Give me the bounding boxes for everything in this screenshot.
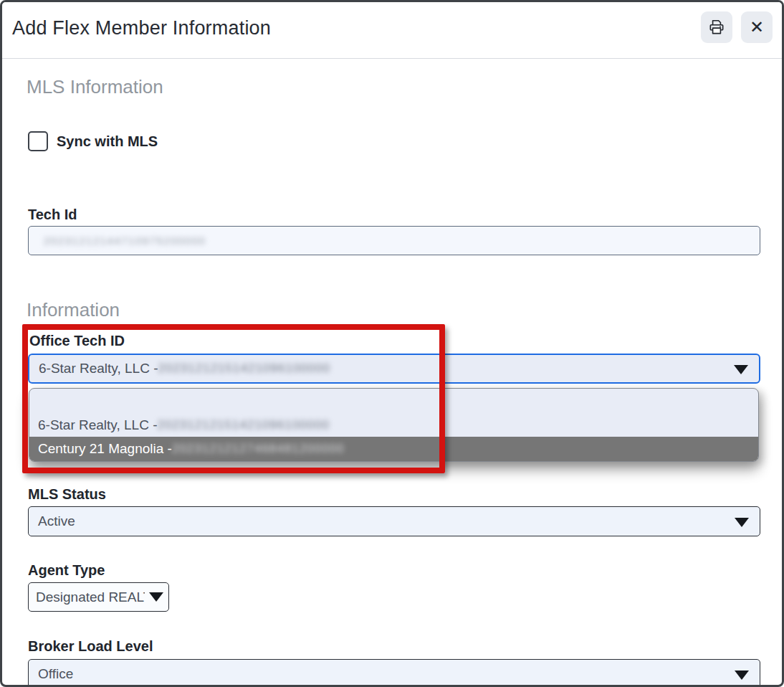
information-heading: Information — [27, 299, 120, 321]
close-button[interactable]: ✕ — [741, 11, 773, 43]
office-tech-id-selected-value: 6-Star Realty, LLC - — [39, 361, 158, 376]
chevron-down-icon — [734, 365, 748, 374]
dropdown-option-empty[interactable] — [29, 389, 758, 413]
mls-status-select[interactable]: Active — [28, 506, 760, 536]
mls-status-label: MLS Status — [28, 486, 106, 503]
dropdown-option-6-star-realty[interactable]: 6-Star Realty, LLC - 2023121215142109610… — [29, 413, 758, 437]
office-tech-id-select[interactable]: 6-Star Realty, LLC - 2023121215142109610… — [28, 354, 760, 384]
sync-with-mls-checkbox[interactable] — [28, 131, 48, 151]
tech-id-redacted-value: 20231212144710975200000 — [44, 234, 206, 247]
sync-with-mls-label: Sync with MLS — [57, 133, 158, 150]
option-redacted-value: 20231212127468481200000 — [172, 442, 344, 456]
add-flex-member-dialog: Add Flex Member Information ✕ MLS Inform… — [0, 0, 784, 687]
office-tech-id-dropdown: 6-Star Realty, LLC - 2023121215142109610… — [29, 388, 759, 462]
chevron-down-icon — [735, 671, 749, 680]
dialog-header: Add Flex Member Information ✕ — [2, 2, 782, 59]
dialog-title: Add Flex Member Information — [12, 17, 271, 39]
office-tech-id-label: Office Tech ID — [29, 333, 125, 349]
chevron-down-icon — [149, 592, 163, 602]
tech-id-input[interactable]: 20231212144710975200000 — [28, 226, 760, 255]
agent-type-value: Designated REALTOR — [36, 589, 145, 605]
printer-icon — [707, 18, 726, 37]
option-label: Century 21 Magnolia - — [38, 441, 172, 457]
mls-status-value: Active — [38, 513, 75, 529]
chevron-down-icon — [735, 518, 749, 527]
dropdown-option-century-21-magnolia[interactable]: Century 21 Magnolia - 202312121274684812… — [29, 437, 758, 461]
broker-load-level-value: Office — [38, 666, 73, 682]
mls-information-heading: MLS Information — [27, 76, 163, 98]
agent-type-select[interactable]: Designated REALTOR — [28, 582, 169, 612]
broker-load-level-select[interactable]: Office — [28, 659, 760, 687]
office-tech-id-selected-redacted: 20231212151421096100000 — [158, 361, 330, 376]
tech-id-label: Tech Id — [28, 207, 77, 223]
close-icon: ✕ — [750, 17, 764, 37]
broker-load-level-label: Broker Load Level — [28, 638, 153, 655]
option-redacted-value: 20231212151421096100000 — [157, 418, 329, 432]
print-button[interactable] — [701, 11, 732, 43]
agent-type-label: Agent Type — [28, 562, 105, 579]
option-label: 6-Star Realty, LLC - — [38, 417, 157, 433]
